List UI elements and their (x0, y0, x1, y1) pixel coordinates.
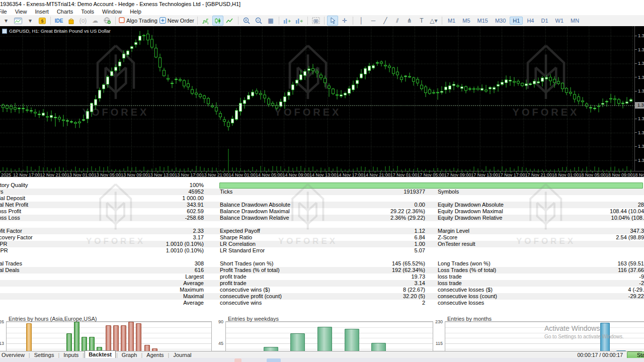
price-text: 1.3 (638, 88, 644, 94)
history-quality-progress-bar (219, 183, 643, 189)
tile-windows-icon-glyph: ▦ (268, 16, 273, 25)
stats-row: Gross Loss-258.68Balance Drawdown Relati… (0, 215, 644, 221)
tile-windows-icon[interactable]: ▦ (265, 16, 276, 26)
stat-value: 347.3 (473, 228, 644, 234)
price-tick (635, 146, 637, 147)
stats-row: Recovery Factor3.17Sharpe Ratio6.84Z-Sco… (0, 234, 644, 241)
tab-journal[interactable]: Journal (170, 352, 195, 358)
timeframe-w1[interactable]: W1 (552, 17, 567, 25)
toolbar-separator (442, 17, 442, 25)
timeframe-h1[interactable]: H1 (510, 17, 523, 25)
tab-backtest[interactable]: Backtest (85, 350, 116, 358)
mini-chart-ytick: 90 (212, 319, 223, 324)
timeframe-h4[interactable]: H4 (524, 17, 537, 25)
mini-chart-bar (26, 323, 32, 351)
ide-label: IDE (55, 18, 63, 24)
tab-agents[interactable]: Agents (143, 352, 167, 358)
ide-button[interactable]: IDE (53, 16, 64, 26)
stat-label: Recovery Factor (0, 234, 33, 241)
menu-tools[interactable]: Tools (77, 8, 98, 15)
tab-overview[interactable]: Overview (0, 352, 28, 358)
menu-charts[interactable]: Charts (53, 8, 77, 15)
mini-chart-gridline (445, 327, 644, 328)
stat-value: -2 (473, 280, 644, 287)
backtest-elapsed-time: 00:00:17 / 00:00:17 (578, 352, 623, 358)
horizontal-line-tool-icon[interactable]: ─ (368, 16, 379, 26)
vertical-line-tool-icon[interactable]: │ (356, 16, 367, 26)
zoom-in-icon[interactable] (241, 16, 252, 26)
timeframe-m5[interactable]: M5 (459, 17, 473, 25)
stat-value: 308 (50, 260, 204, 267)
chart-window-caret[interactable]: ▾ (25, 16, 36, 26)
line-chart-icon[interactable] (224, 16, 235, 26)
new-order-button[interactable]: New Order (159, 16, 195, 26)
mini-chart-gridline (7, 322, 211, 322)
tick-chart-icon[interactable]: 1 (200, 16, 211, 26)
mini-chart-gridline (226, 322, 433, 322)
cursor-icon[interactable] (327, 16, 338, 26)
menu-view[interactable]: View (11, 8, 31, 15)
price-tick (635, 91, 637, 92)
chart-window-icon[interactable] (13, 16, 24, 26)
mini-chart-ytick: 115 (432, 341, 443, 346)
stats-row: AHPR1.0010 (0.10%)LR Correlation1.00OnTe… (0, 241, 644, 247)
pitchfork-tool-icon-glyph: ⋔ (407, 16, 412, 25)
timeframe-m15[interactable]: M15 (474, 17, 491, 25)
menu-file[interactable]: File (0, 8, 11, 15)
toolbar-separator (238, 17, 238, 25)
text-tool-icon[interactable]: T (416, 16, 427, 26)
screenshot-camera-icon[interactable] (310, 16, 321, 26)
indicator-window-remove-icon[interactable] (294, 16, 305, 26)
candle-chart-icon[interactable] (212, 16, 223, 26)
mini-chart-bar (106, 325, 111, 351)
tab-inputs[interactable]: Inputs (60, 352, 82, 358)
stat-label: loss trade (438, 274, 462, 280)
chart-profile-caret[interactable]: ▾ (1, 16, 12, 26)
crosshair-icon[interactable]: ✛ (339, 16, 350, 26)
community-globe-icon[interactable] (102, 16, 113, 26)
stat-label: Profit Factor (0, 228, 22, 234)
stat-label: Initial Deposit (0, 195, 25, 202)
indicator-window-add-icon[interactable] (282, 16, 293, 26)
timeframe-d1[interactable]: D1 (538, 17, 551, 25)
mini-chart-title: Entries by weekdays (228, 317, 279, 322)
menu-window[interactable]: Window (98, 8, 126, 15)
trendline-tool-icon[interactable]: ╱ (380, 16, 391, 26)
stat-label: loss trade (438, 280, 462, 287)
mini-chart-bar (264, 347, 278, 351)
stats-row: Bars45952Ticks1919377Symbols (0, 189, 644, 195)
mini-chart-ytick: 26 (0, 319, 4, 324)
mini-chart-gridline (445, 322, 644, 322)
stats-row: Gross Profit602.59Balance Drawdown Maxim… (0, 208, 644, 215)
dollar-icon[interactable]: $ (37, 16, 48, 26)
stat-value: 616 (50, 267, 204, 274)
taskbar-item-red (234, 358, 242, 362)
toolbar-separator (50, 17, 51, 25)
timeframe-m1[interactable]: M1 (445, 17, 458, 25)
shapes-tool-icon[interactable]: △▾ (428, 16, 439, 26)
stats-row: GHPR1.0010 (0.10%)LR Standard Error5.07 (0, 247, 644, 254)
stat-value: -9 (473, 274, 644, 280)
tab-graph[interactable]: Graph (118, 352, 141, 358)
pitchfork-tool-icon[interactable]: ⋔ (404, 16, 415, 26)
price-tick (635, 36, 637, 36)
stat-label: Sharpe Ratio (220, 234, 252, 241)
timeframe-mn[interactable]: MN (568, 17, 582, 25)
chart-area[interactable]: YOFOREXYOFOREXYOFOREX GBPUSD, H1: Great … (0, 26, 644, 177)
menu-insert[interactable]: Insert (31, 8, 53, 15)
timeframe-m30[interactable]: M30 (492, 17, 509, 25)
mini-chart-bar (74, 322, 79, 351)
signal-icon[interactable]: (o) (77, 16, 89, 26)
channel-tool-icon[interactable]: ⫽ (392, 16, 403, 26)
algo-trading-button[interactable]: Algo Trading (118, 16, 158, 26)
stat-label: History Quality (0, 182, 28, 189)
stat-label: Profit Trades (% of total) (220, 267, 280, 274)
tab-settings[interactable]: Settings (31, 352, 58, 358)
stat-value: 19.73 (272, 274, 425, 280)
market-bag-icon[interactable] (65, 16, 76, 26)
menu-help[interactable]: Help (126, 8, 145, 15)
zoom-out-icon[interactable] (253, 16, 264, 26)
cloud-icon[interactable]: ☁ (90, 16, 101, 26)
candlestick-plot[interactable]: YOFOREXYOFOREXYOFOREX (0, 26, 635, 171)
signal-icon-glyph: (o) (79, 16, 87, 25)
